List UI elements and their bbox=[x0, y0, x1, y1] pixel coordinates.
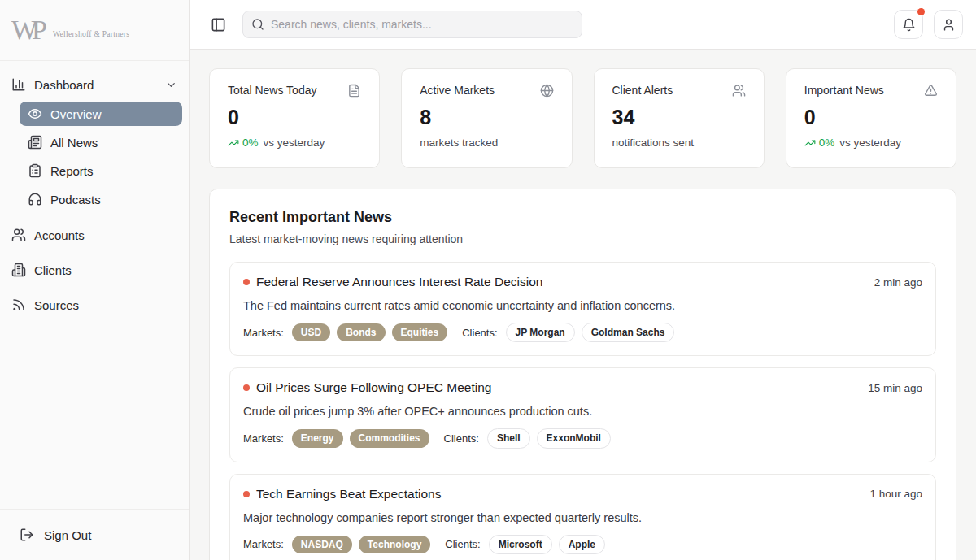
stat-title: Active Markets bbox=[420, 84, 495, 97]
sidebar-item-label: Reports bbox=[50, 164, 94, 178]
market-tag: Commodities bbox=[350, 429, 429, 447]
bar-chart-icon bbox=[11, 77, 26, 92]
clients-label: Clients: bbox=[444, 432, 479, 445]
top-bar bbox=[190, 0, 976, 50]
tag-row: Markets: Energy Commodities Clients: She… bbox=[243, 428, 922, 448]
market-tag: Bonds bbox=[337, 323, 385, 341]
sidebar-item-sources[interactable]: Sources bbox=[7, 293, 182, 317]
notifications-button[interactable] bbox=[894, 10, 923, 39]
markets-label: Markets: bbox=[243, 432, 284, 445]
stat-title: Important News bbox=[804, 84, 884, 97]
sign-out-button[interactable]: Sign Out bbox=[7, 521, 182, 549]
tag-row: Markets: USD Bonds Equities Clients: JP … bbox=[243, 323, 922, 342]
stat-subtext: vs yesterday bbox=[839, 137, 901, 149]
search-icon bbox=[251, 18, 264, 31]
sidebar-item-accounts[interactable]: Accounts bbox=[7, 223, 182, 247]
stat-value: 0 bbox=[228, 106, 361, 129]
log-out-icon bbox=[20, 527, 34, 542]
sidebar-item-label: Accounts bbox=[34, 228, 85, 242]
alert-dot-icon bbox=[243, 491, 250, 497]
news-title: Oil Prices Surge Following OPEC Meeting bbox=[256, 380, 491, 395]
section-subtitle: Latest market-moving news requiring atte… bbox=[229, 232, 936, 245]
stat-subtext: notifications sent bbox=[612, 137, 695, 149]
stat-title: Client Alerts bbox=[612, 84, 673, 97]
recent-news-section: Recent Important News Latest market-movi… bbox=[209, 189, 956, 560]
bell-icon bbox=[902, 18, 916, 32]
markets-label: Markets: bbox=[243, 327, 284, 339]
sidebar-item-label: Clients bbox=[34, 263, 72, 277]
sidebar-item-podcasts[interactable]: Podcasts bbox=[20, 187, 182, 211]
alert-triangle-icon bbox=[924, 84, 938, 98]
sidebar-item-label: Overview bbox=[50, 107, 102, 121]
stat-title: Total News Today bbox=[228, 84, 316, 97]
trend-value: 0% bbox=[242, 137, 259, 149]
trend-badge: 0% bbox=[804, 137, 835, 149]
users-icon bbox=[11, 228, 26, 242]
stat-card-active-markets: Active Markets 8 markets tracked bbox=[401, 68, 572, 168]
user-icon bbox=[942, 18, 956, 32]
sidebar-item-label: All News bbox=[50, 136, 98, 150]
sidebar-item-all-news[interactable]: All News bbox=[20, 130, 182, 154]
brand-name: Wellershoff & Partners bbox=[53, 22, 129, 38]
stat-value: 34 bbox=[612, 106, 746, 129]
stat-card-total-news: Total News Today 0 0% vs yesterday bbox=[209, 68, 380, 168]
sidebar-item-clients[interactable]: Clients bbox=[7, 258, 182, 282]
sign-out-label: Sign Out bbox=[44, 528, 91, 542]
rss-icon bbox=[11, 297, 26, 312]
client-tag: ExxonMobil bbox=[537, 428, 611, 448]
stat-subtext: markets tracked bbox=[420, 137, 498, 149]
sidebar-toggle-button[interactable] bbox=[207, 13, 229, 36]
news-item[interactable]: Federal Reserve Announces Interest Rate … bbox=[229, 262, 936, 356]
market-tag: Equities bbox=[392, 323, 448, 341]
sidebar-nav: Dashboard Overview All News Reports bbox=[0, 61, 189, 509]
brand-logo: WP Wellershoff & Partners bbox=[0, 0, 189, 61]
client-tag: JP Morgan bbox=[506, 323, 575, 342]
search-input[interactable] bbox=[271, 18, 573, 31]
client-tag: Shell bbox=[487, 428, 530, 448]
chevron-down-icon bbox=[165, 79, 177, 91]
dashboard-content: Total News Today 0 0% vs yesterday bbox=[190, 50, 976, 560]
trending-up-icon bbox=[804, 137, 816, 149]
news-item[interactable]: Oil Prices Surge Following OPEC Meeting … bbox=[229, 367, 936, 462]
client-tag: Goldman Sachs bbox=[582, 323, 675, 342]
news-title: Federal Reserve Announces Interest Rate … bbox=[256, 275, 542, 289]
panel-left-icon bbox=[211, 17, 226, 33]
main-area: Total News Today 0 0% vs yesterday bbox=[190, 0, 976, 560]
client-tag: Microsoft bbox=[489, 535, 552, 554]
news-description: Crude oil prices jump 3% after OPEC+ ann… bbox=[243, 405, 922, 418]
search-box bbox=[242, 11, 582, 38]
sidebar-group-dashboard[interactable]: Dashboard bbox=[7, 71, 182, 98]
brand-monogram: WP bbox=[11, 16, 48, 44]
news-item[interactable]: Tech Earnings Beat Expectations 1 hour a… bbox=[229, 474, 936, 560]
sidebar: WP Wellershoff & Partners Dashboard Over… bbox=[0, 0, 190, 560]
stat-card-client-alerts: Client Alerts 34 notifications sent bbox=[594, 68, 765, 168]
sidebar-item-reports[interactable]: Reports bbox=[20, 158, 182, 183]
sidebar-group-label: Dashboard bbox=[34, 78, 94, 92]
clients-label: Clients: bbox=[462, 327, 497, 339]
sidebar-item-overview[interactable]: Overview bbox=[20, 102, 182, 126]
headphones-icon bbox=[28, 192, 42, 206]
clients-label: Clients: bbox=[445, 538, 480, 550]
stat-value: 8 bbox=[420, 106, 553, 129]
sidebar-item-label: Sources bbox=[34, 298, 79, 312]
trend-value: 0% bbox=[819, 137, 835, 149]
user-menu-button[interactable] bbox=[934, 10, 963, 39]
eye-icon bbox=[28, 106, 42, 121]
sidebar-top-level: Accounts Clients Sources bbox=[7, 223, 182, 317]
market-tag: Energy bbox=[292, 429, 343, 447]
market-tag: NASDAQ bbox=[292, 536, 352, 553]
alert-dot-icon bbox=[243, 384, 250, 391]
market-tag: Technology bbox=[359, 536, 430, 553]
news-title: Tech Earnings Beat Expectations bbox=[256, 487, 441, 501]
top-bar-actions bbox=[894, 10, 963, 39]
sidebar-footer: Sign Out bbox=[0, 509, 189, 560]
users-icon bbox=[732, 84, 746, 98]
markets-label: Markets: bbox=[243, 538, 284, 550]
tag-row: Markets: NASDAQ Technology Clients: Micr… bbox=[243, 535, 922, 554]
stat-value: 0 bbox=[804, 106, 938, 129]
trend-badge: 0% bbox=[228, 137, 259, 149]
news-description: Major technology companies report strong… bbox=[243, 511, 922, 524]
news-description: The Fed maintains current rates amid eco… bbox=[243, 299, 922, 312]
news-timestamp: 2 min ago bbox=[874, 276, 922, 289]
news-timestamp: 15 min ago bbox=[868, 382, 922, 394]
